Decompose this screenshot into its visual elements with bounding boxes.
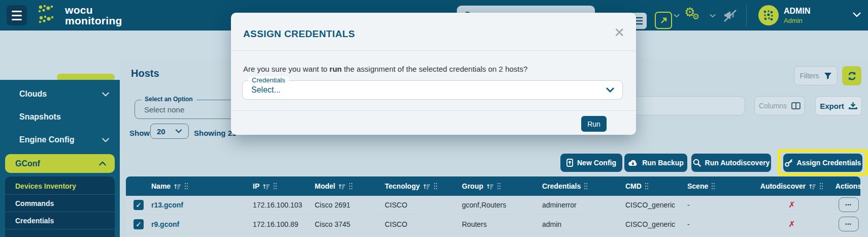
host-name-link[interactable]: r13.gconf xyxy=(151,201,183,209)
columns-button[interactable]: Columns xyxy=(754,96,805,115)
submenu-item-commands[interactable]: Commands xyxy=(5,195,115,212)
sort-icon[interactable] xyxy=(338,183,346,190)
cell-scene: - xyxy=(684,201,747,209)
export-button[interactable]: Export xyxy=(815,96,862,115)
column-header-name[interactable]: Name xyxy=(148,182,250,190)
submenu-item-credentials[interactable]: Credentials xyxy=(5,212,115,229)
column-header-credentials[interactable]: Credentials xyxy=(539,182,622,190)
modal-divider xyxy=(231,50,636,51)
sidebar-item-snapshots[interactable]: Snapshots xyxy=(0,108,120,126)
cell-tecnology: CISCO xyxy=(382,201,459,209)
external-link-chevron-icon[interactable] xyxy=(674,14,680,18)
sort-icon[interactable] xyxy=(262,183,270,190)
drag-handle-icon[interactable] xyxy=(433,183,438,190)
column-header-scene[interactable]: Scene xyxy=(684,182,747,190)
drag-handle-icon[interactable] xyxy=(645,183,649,190)
user-avatar[interactable] xyxy=(758,5,779,25)
sort-icon[interactable] xyxy=(809,183,816,190)
column-header-tecnology[interactable]: Tecnology xyxy=(382,182,459,190)
sidebar-nav: Clouds Snapshots Engine Config GConf Dev… xyxy=(0,80,120,237)
drag-handle-icon[interactable] xyxy=(273,183,277,190)
credentials-select-label: Credentials xyxy=(248,76,289,84)
user-menu-chevron-icon[interactable] xyxy=(853,12,861,17)
header-divider xyxy=(746,4,747,26)
cell-group: gconf,Routers xyxy=(459,201,539,209)
autodiscover-cross-icon: ✗ xyxy=(788,219,795,229)
page-title: Hosts xyxy=(131,68,159,79)
drag-handle-icon[interactable] xyxy=(184,183,188,190)
sidebar-item-gconf-active[interactable]: GConf xyxy=(5,154,115,173)
user-role: Admin xyxy=(784,17,803,24)
showing-count-text: Showing 21 xyxy=(194,129,236,137)
sort-icon[interactable] xyxy=(423,183,430,190)
close-icon[interactable]: ✕ xyxy=(614,26,625,39)
cell-credentials: admin xyxy=(539,220,622,228)
drag-handle-icon[interactable] xyxy=(349,183,353,190)
sort-icon[interactable] xyxy=(174,183,181,190)
host-name-link[interactable]: r9.gconf xyxy=(151,220,179,228)
cell-cmd: CISCO_generic xyxy=(622,201,684,209)
search-icon xyxy=(693,159,701,167)
column-header-ip[interactable]: IP xyxy=(250,182,312,190)
refresh-button[interactable] xyxy=(842,66,861,85)
cell-scene: - xyxy=(684,220,747,228)
column-header-model[interactable]: Model xyxy=(312,182,382,190)
column-header-actions: Actions xyxy=(833,182,860,190)
funnel-icon xyxy=(824,72,832,80)
app-root: wocu monitoring ⚙⚙ xyxy=(0,0,868,237)
hamburger-menu-button[interactable] xyxy=(7,5,27,25)
run-backup-button[interactable]: Run Backup xyxy=(624,154,687,172)
credentials-select[interactable]: Credentials Select... xyxy=(242,80,623,100)
cell-group: Routers xyxy=(459,220,539,228)
wocu-logo-dots-icon xyxy=(37,4,60,26)
run-autodiscovery-button[interactable]: Run Autodiscovery xyxy=(691,154,771,172)
column-header-group[interactable]: Group xyxy=(459,182,539,190)
cloud-download-icon xyxy=(628,159,638,166)
gears-icon[interactable]: ⚙⚙ xyxy=(684,6,703,20)
gconf-submenu: Devices Inventory Commands Credentials xyxy=(5,176,115,237)
wocu-logo: wocu monitoring xyxy=(37,4,122,26)
table-row: ✓ r13.gconf 172.16.100.103 Cisco 2691 CI… xyxy=(126,196,860,214)
chevron-down-icon xyxy=(175,129,182,133)
megaphone-muted-icon[interactable] xyxy=(723,9,738,22)
column-header-cmd[interactable]: CMD xyxy=(622,182,684,190)
run-button[interactable]: Run xyxy=(581,116,607,132)
cell-cmd: CISCO_generic xyxy=(622,220,684,228)
wocu-logo-text: wocu monitoring xyxy=(65,5,122,26)
filters-button[interactable]: Filters xyxy=(794,66,838,85)
table-header-row: Name IP Model Tecnology Group xyxy=(126,176,860,196)
drag-handle-icon[interactable] xyxy=(584,183,588,190)
hosts-table: Name IP Model Tecnology Group xyxy=(126,176,860,237)
drag-handle-icon[interactable] xyxy=(711,183,715,190)
option-select-label: Select an Option xyxy=(141,96,196,103)
chevron-down-icon xyxy=(102,138,110,142)
chevron-down-icon xyxy=(606,87,614,93)
cell-credentials: adminerror xyxy=(539,201,622,209)
drag-handle-icon[interactable] xyxy=(819,183,823,190)
submenu-divider xyxy=(5,229,115,229)
cell-model: Cisco 2691 xyxy=(312,201,382,209)
columns-icon xyxy=(791,102,800,109)
submenu-item-devices-inventory[interactable]: Devices Inventory xyxy=(5,177,115,194)
row-checkbox-checked[interactable]: ✓ xyxy=(133,219,144,229)
credentials-select-value: Select... xyxy=(251,85,281,95)
sort-icon[interactable] xyxy=(486,183,494,190)
cell-tecnology: CISCO xyxy=(382,220,459,228)
external-link-icon[interactable] xyxy=(655,12,672,29)
modal-divider xyxy=(231,110,636,111)
drag-handle-icon[interactable] xyxy=(497,183,501,190)
page-size-select[interactable]: 20 xyxy=(150,124,189,139)
sidebar-item-engine-config[interactable]: Engine Config xyxy=(0,131,120,149)
row-actions-button[interactable]: ••• xyxy=(839,197,859,212)
autodiscover-cross-icon: ✗ xyxy=(788,200,795,210)
new-config-button[interactable]: New Config xyxy=(560,154,622,172)
yellow-highlight-annotation xyxy=(778,149,868,176)
assign-credentials-modal: ASSIGN CREDENTIALS ✕ Are you sure you wa… xyxy=(231,13,636,135)
table-row-partial xyxy=(126,234,860,237)
column-header-autodiscover[interactable]: Autodiscover xyxy=(747,182,833,190)
row-actions-button[interactable]: ••• xyxy=(839,217,859,231)
gears-chevron-icon[interactable] xyxy=(710,14,716,18)
cell-model: Cisco 3745 xyxy=(312,220,382,228)
row-checkbox-checked[interactable]: ✓ xyxy=(133,200,144,210)
sidebar-item-clouds[interactable]: Clouds xyxy=(0,85,120,103)
